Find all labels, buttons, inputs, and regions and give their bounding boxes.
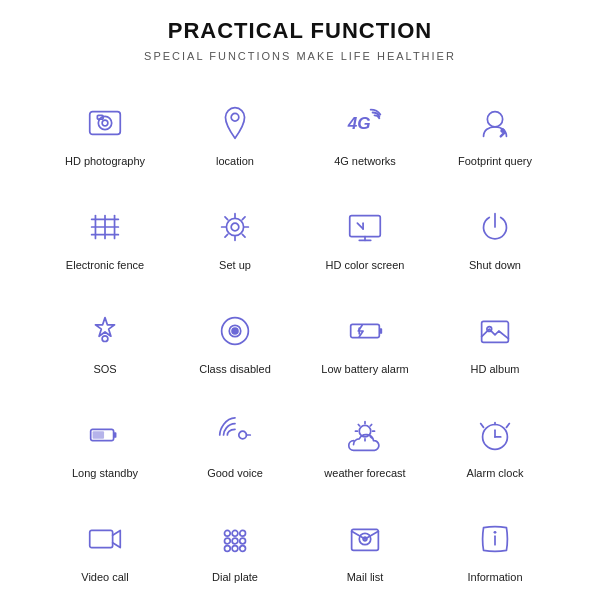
album-icon <box>469 305 521 357</box>
feature-label: Footprint query <box>458 154 532 168</box>
svg-rect-48 <box>90 530 113 547</box>
alarm-icon <box>469 409 521 461</box>
multi-dial-icon <box>339 596 391 600</box>
feature-item-multi-dial: Multiple dials <box>300 596 430 600</box>
svg-point-54 <box>240 538 246 544</box>
page-subtitle: SPECIAL FUNCTIONS MAKE LIFE HEALTHIER <box>144 50 456 62</box>
feature-item-shutdownicon: Shut down <box>430 180 560 280</box>
feature-label: HD color screen <box>326 258 405 272</box>
weather-icon <box>339 409 391 461</box>
mail-icon <box>339 513 391 565</box>
long-standby-icon <box>79 409 131 461</box>
svg-rect-27 <box>379 328 382 334</box>
feature-label: Mail list <box>347 570 384 584</box>
feature-label: Low battery alarm <box>321 362 408 376</box>
feature-item-fence: Electronic fence <box>40 180 170 280</box>
feature-label: 4G networks <box>334 154 396 168</box>
hd-photo-icon <box>79 97 131 149</box>
feature-item-long-standby: Long standby <box>40 388 170 488</box>
fence-icon <box>79 201 131 253</box>
svg-point-2 <box>102 120 108 126</box>
sos-icon <box>79 305 131 357</box>
video-call-icon <box>79 513 131 565</box>
svg-rect-0 <box>90 111 121 134</box>
feature-item-voice: Good voice <box>170 388 300 488</box>
svg-point-22 <box>102 335 108 341</box>
svg-point-14 <box>226 218 243 235</box>
svg-point-6 <box>487 111 502 126</box>
svg-point-34 <box>239 431 247 439</box>
svg-text:4G: 4G <box>347 112 371 132</box>
svg-line-41 <box>358 424 359 425</box>
feature-item-footprint-query: Footprint query <box>430 76 560 176</box>
svg-point-15 <box>231 223 239 231</box>
feature-label: HD photography <box>65 154 145 168</box>
feature-label: location <box>216 154 254 168</box>
feature-item-low-battery: Low battery alarm <box>300 284 430 384</box>
setup-icon <box>209 201 261 253</box>
phone-icon <box>209 596 261 600</box>
feature-label: Class disabled <box>199 362 271 376</box>
feature-label: SOS <box>93 362 116 376</box>
svg-point-52 <box>225 538 231 544</box>
voice-icon <box>209 409 261 461</box>
screen-icon <box>339 201 391 253</box>
svg-point-50 <box>232 530 238 536</box>
feature-item-mail: Mail list <box>300 492 430 592</box>
svg-point-7 <box>501 129 504 132</box>
dial-icon <box>209 513 261 565</box>
feature-label: weather forecast <box>324 466 405 480</box>
page-title: PRACTICAL FUNCTION <box>168 18 432 44</box>
feature-label: HD album <box>471 362 520 376</box>
feature-item-class-disabled: Class disabled <box>170 284 300 384</box>
feature-label: Dial plate <box>212 570 258 584</box>
svg-rect-26 <box>351 324 380 337</box>
svg-rect-32 <box>114 432 117 438</box>
svg-point-55 <box>225 545 231 551</box>
info-icon <box>469 513 521 565</box>
svg-point-56 <box>232 545 238 551</box>
feature-item-hd-photo: HD photography <box>40 76 170 176</box>
feature-label: Information <box>467 570 522 584</box>
svg-point-64 <box>494 531 497 534</box>
feature-item-setup: Set up <box>170 180 300 280</box>
feature-item-location: location <box>170 76 300 176</box>
svg-line-43 <box>370 424 371 425</box>
svg-line-19 <box>357 223 363 229</box>
feature-label: Set up <box>219 258 251 272</box>
feature-item-dial: Dial plate <box>170 492 300 592</box>
svg-point-4 <box>231 113 239 121</box>
feature-label: Video call <box>81 570 129 584</box>
svg-line-62 <box>365 531 378 539</box>
svg-point-51 <box>240 530 246 536</box>
feature-item-info: Information <box>430 492 560 592</box>
water-icon <box>79 596 131 600</box>
feature-label: Electronic fence <box>66 258 144 272</box>
svg-line-61 <box>352 531 365 539</box>
4g-icon: 4G <box>339 97 391 149</box>
svg-point-57 <box>240 545 246 551</box>
class-disabled-icon <box>209 305 261 357</box>
page: PRACTICAL FUNCTION SPECIAL FUNCTIONS MAK… <box>0 0 600 600</box>
feature-item-hist-foot: Historical footprint <box>430 596 560 600</box>
features-grid: HD photography location 4G 4G networks F… <box>40 76 560 600</box>
feature-item-video-call: Video call <box>40 492 170 592</box>
feature-item-screen: HD color screen <box>300 180 430 280</box>
shutdownicon-icon <box>469 201 521 253</box>
feature-item-phone: Voice call <box>170 596 300 600</box>
feature-label: Long standby <box>72 466 138 480</box>
feature-label: Shut down <box>469 258 521 272</box>
low-battery-icon <box>339 305 391 357</box>
feature-item-alarm: Alarm clock <box>430 388 560 488</box>
location-icon <box>209 97 261 149</box>
svg-point-53 <box>232 538 238 544</box>
feature-label: Good voice <box>207 466 263 480</box>
svg-rect-33 <box>93 431 104 439</box>
feature-item-sos: SOS <box>40 284 170 384</box>
svg-point-49 <box>225 530 231 536</box>
feature-item-water: Deep waterproof <box>40 596 170 600</box>
footprint-query-icon <box>469 97 521 149</box>
feature-item-album: HD album <box>430 284 560 384</box>
feature-item-4g: 4G 4G networks <box>300 76 430 176</box>
feature-item-weather: weather forecast <box>300 388 430 488</box>
